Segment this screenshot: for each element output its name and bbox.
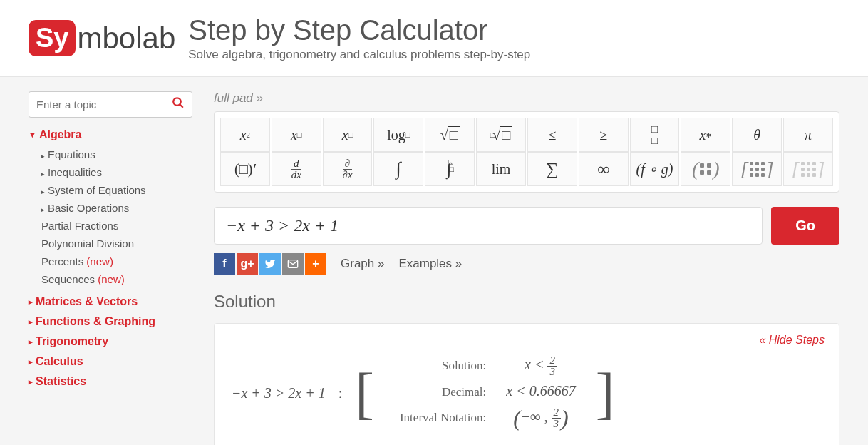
solution-table: Solution: x < 23 Decimal: x < 0.66667 In… (387, 352, 583, 434)
sidebar-item[interactable]: ▸Basic Operations (41, 199, 192, 217)
sidebar-item[interactable]: Partial Fractions (41, 217, 192, 235)
nav-cat[interactable]: ▸Matrices & Vectors (29, 295, 192, 308)
nav-group: ▸Functions & Graphing (29, 315, 192, 328)
solution-box: « Hide Steps −x + 3 > 2x + 1 : [ Solutio… (214, 323, 839, 445)
title-block: Step by Step Calculator Solve algebra, t… (188, 14, 530, 62)
pad-integral[interactable]: ∫ (373, 152, 423, 186)
sidebar-item-label: Sequences (41, 273, 95, 285)
pad-le[interactable]: ≤ (527, 118, 577, 152)
pad-sum[interactable]: ∑ (527, 152, 577, 186)
caret-right-icon: ▸ (41, 153, 45, 160)
pad-log[interactable]: log□ (373, 118, 423, 152)
share-row: f g+ + Graph » Examples » (214, 253, 839, 275)
pad-compose[interactable]: (f ∘ g) (630, 152, 680, 186)
colon: : (339, 385, 343, 401)
go-button[interactable]: Go (771, 207, 839, 245)
sidebar-item[interactable]: Sequences (new) (41, 270, 192, 288)
sidebar-item[interactable]: ▸Inequalities (41, 163, 192, 181)
new-badge: (new) (95, 273, 125, 285)
main: ▼ Algebra ▸Equations▸Inequalities▸System… (0, 77, 868, 445)
sidebar-item-label: System of Equations (48, 184, 146, 196)
sidebar-item-label: Inequalities (48, 166, 102, 178)
content: full pad » x2 x□ x□ log□ √□ □√□ ≤ ≥ □□ x… (214, 91, 839, 445)
nav-cat-label: Trigonometry (36, 335, 108, 348)
caret-right-icon: ▸ (41, 170, 45, 178)
nav-cat[interactable]: ▸Statistics (29, 375, 192, 388)
graph-link[interactable]: Graph » (341, 257, 384, 271)
logo[interactable]: Sy mbolab (29, 20, 175, 56)
sidebar-item[interactable]: Polynomial Division (41, 235, 192, 252)
new-badge: (new) (83, 255, 113, 267)
equation-input[interactable]: −x + 3 > 2x + 1 (214, 207, 763, 245)
caret-down-icon: ▼ (29, 131, 36, 139)
sidebar-item-label: Percents (41, 255, 83, 267)
keypad-row-1: x2 x□ x□ log□ √□ □√□ ≤ ≥ □□ x∗ θ π (220, 118, 833, 152)
caret-right-icon: ▸ (29, 377, 33, 387)
solution-row: Interval Notation: (−∞ , 23) (387, 402, 583, 434)
input-row: −x + 3 > 2x + 1 Go (214, 207, 839, 245)
pad-matrix-n[interactable]: [] (783, 152, 833, 186)
pad-theta[interactable]: θ (732, 118, 782, 152)
pad-sqrt[interactable]: √□ (425, 118, 475, 152)
page-subtitle: Solve algebra, trigonometry and calculus… (188, 48, 530, 62)
pad-matrix-3[interactable]: [] (732, 152, 782, 186)
page-title: Step by Step Calculator (188, 14, 530, 46)
nav-cat-label: Matrices & Vectors (36, 295, 138, 308)
sol-label: Interval Notation: (387, 402, 499, 434)
caret-right-icon: ▸ (29, 297, 33, 307)
nav-group: ▸Trigonometry (29, 335, 192, 348)
nav-group: ▸Statistics (29, 375, 192, 388)
twitter-icon[interactable] (259, 253, 281, 275)
pad-pi[interactable]: π (783, 118, 833, 152)
sol-value: x < 0.66667 (499, 380, 582, 402)
bracket-right-icon: ] (596, 352, 615, 434)
solution-row: Decimal: x < 0.66667 (387, 380, 583, 402)
logo-text: mbolab (77, 21, 175, 56)
caret-right-icon: ▸ (29, 317, 33, 327)
sol-label: Decimal: (387, 380, 499, 402)
sidebar: ▼ Algebra ▸Equations▸Inequalities▸System… (29, 91, 192, 445)
sol-value: x < 23 (499, 352, 582, 380)
sidebar-item[interactable]: ▸Equations (41, 145, 192, 163)
sidebar-item-label: Basic Operations (48, 202, 129, 214)
addthis-icon[interactable]: + (305, 253, 326, 275)
svg-point-0 (173, 98, 181, 106)
full-pad-link[interactable]: full pad » (214, 91, 839, 106)
sidebar-item[interactable]: ▸System of Equations (41, 181, 192, 199)
nav-cat[interactable]: ▸Calculus (29, 355, 192, 368)
search-input[interactable] (36, 98, 172, 111)
caret-right-icon: ▸ (29, 337, 33, 347)
solution-heading: Solution (214, 292, 839, 312)
search-box[interactable] (29, 91, 192, 118)
pad-x-power[interactable]: x□ (272, 118, 321, 152)
hide-steps-link[interactable]: « Hide Steps (759, 334, 825, 347)
search-icon[interactable] (172, 96, 185, 113)
pad-ge[interactable]: ≥ (579, 118, 629, 152)
pad-def-integral[interactable]: ∫□□ (425, 152, 475, 186)
sol-value: (−∞ , 23) (499, 402, 582, 434)
share-icons: f g+ + (214, 253, 326, 275)
nav-cat-label: Functions & Graphing (36, 315, 155, 328)
pad-nroot[interactable]: □√□ (476, 118, 526, 152)
pad-lim[interactable]: lim (476, 152, 526, 186)
nav-cat[interactable]: ▸Functions & Graphing (29, 315, 192, 328)
pad-x-sub[interactable]: x□ (323, 118, 373, 152)
pad-x-star[interactable]: x∗ (681, 118, 730, 152)
nav-cat-algebra[interactable]: ▼ Algebra (29, 128, 192, 141)
facebook-icon[interactable]: f (214, 253, 235, 275)
nav-algebra-sub: ▸Equations▸Inequalities▸System of Equati… (41, 145, 192, 288)
nav-cat[interactable]: ▸Trigonometry (29, 335, 192, 348)
caret-right-icon: ▸ (29, 357, 33, 367)
sidebar-item[interactable]: Percents (new) (41, 252, 192, 270)
examples-link[interactable]: Examples » (398, 257, 462, 271)
pad-ddx[interactable]: ddx (272, 152, 321, 186)
nav-cat-label: Statistics (36, 375, 86, 388)
email-icon[interactable] (282, 253, 304, 275)
pad-x-squared[interactable]: x2 (220, 118, 270, 152)
pad-infinity[interactable]: ∞ (579, 152, 629, 186)
pad-deriv[interactable]: (□)′ (220, 152, 270, 186)
pad-matrix-2[interactable]: () (681, 152, 730, 186)
pad-partial[interactable]: ∂∂x (323, 152, 373, 186)
google-plus-icon[interactable]: g+ (237, 253, 258, 275)
pad-frac[interactable]: □□ (630, 118, 680, 152)
